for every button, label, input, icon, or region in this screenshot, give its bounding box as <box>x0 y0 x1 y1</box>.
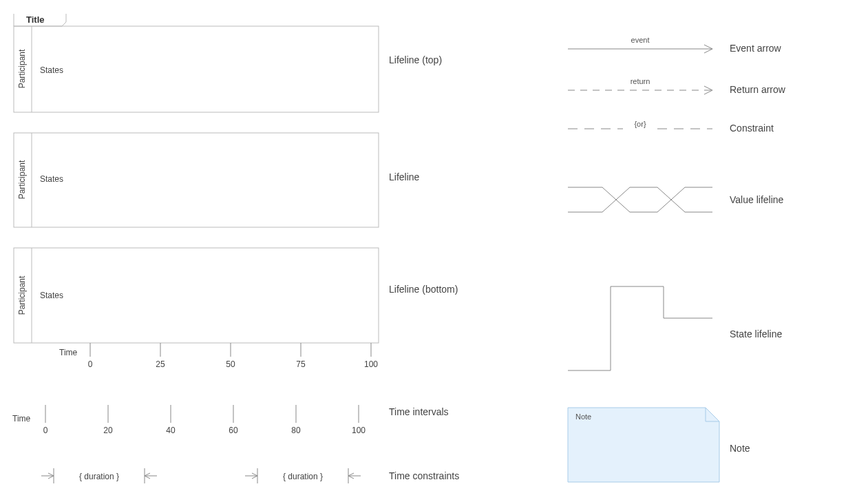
ti-tick-5: 100 <box>352 426 366 435</box>
lb-tick-1: 25 <box>156 359 165 369</box>
ti-tick-2: 40 <box>166 426 176 435</box>
shape-time-constraints: { duration } { duration } <box>41 468 361 483</box>
shape-lifeline-bottom: Participant States Time 0 25 50 75 100 <box>14 248 379 369</box>
return-arrow-label: return <box>631 77 650 85</box>
lifeline-bottom-participant: Participant <box>17 275 27 315</box>
caption-lifeline-top: Lifeline (top) <box>389 54 442 65</box>
lifeline-top-states: States <box>40 65 63 75</box>
ti-time-label: Time <box>12 414 31 423</box>
caption-lifeline-bottom: Lifeline (bottom) <box>389 284 458 295</box>
caption-lifeline: Lifeline <box>389 171 420 182</box>
lifeline-participant: Participant <box>17 160 27 199</box>
caption-state-lifeline: State lifeline <box>730 328 782 339</box>
tc-duration-2: { duration } <box>283 472 323 481</box>
lb-tick-3: 75 <box>296 359 306 369</box>
caption-constraint: Constraint <box>730 123 774 134</box>
event-arrow-label: event <box>631 36 650 44</box>
lb-tick-0: 0 <box>88 359 93 369</box>
shape-lifeline: Participant States <box>14 133 379 227</box>
shape-event-arrow: event <box>568 36 712 53</box>
svg-rect-29 <box>564 179 716 220</box>
caption-value-lifeline: Value lifeline <box>730 194 784 205</box>
note-text: Note <box>575 412 591 421</box>
caption-return-arrow: Return arrow <box>730 84 786 95</box>
ti-tick-3: 60 <box>229 426 238 435</box>
shape-note: Note <box>568 408 719 482</box>
lifeline-top-title: Title <box>26 14 45 25</box>
ti-tick-4: 80 <box>291 426 301 435</box>
svg-rect-4 <box>14 248 379 343</box>
lifeline-top-participant: Participant <box>17 49 27 88</box>
lb-tick-2: 50 <box>226 359 235 369</box>
shape-return-arrow: return <box>568 77 712 94</box>
tc-duration-1: { duration } <box>79 472 119 481</box>
svg-rect-0 <box>14 26 379 112</box>
lifeline-bottom-time-label: Time <box>59 348 78 357</box>
ti-tick-0: 0 <box>43 426 48 435</box>
caption-time-constraints: Time constraints <box>389 470 459 481</box>
shape-constraint: {or} <box>568 120 712 129</box>
constraint-label: {or} <box>634 120 646 128</box>
lifeline-bottom-states: States <box>40 291 63 300</box>
ti-tick-1: 20 <box>103 426 113 435</box>
caption-note: Note <box>730 443 750 454</box>
shape-time-intervals: Time 0 20 40 60 80 100 <box>12 405 366 435</box>
caption-event-arrow: Event arrow <box>730 43 782 54</box>
caption-time-intervals: Time intervals <box>389 406 449 417</box>
svg-rect-2 <box>14 133 379 227</box>
shape-lifeline-top: Title Participant States <box>14 14 379 112</box>
shape-state-lifeline <box>568 286 712 370</box>
lifeline-states: States <box>40 174 63 184</box>
lb-tick-4: 100 <box>364 359 378 369</box>
